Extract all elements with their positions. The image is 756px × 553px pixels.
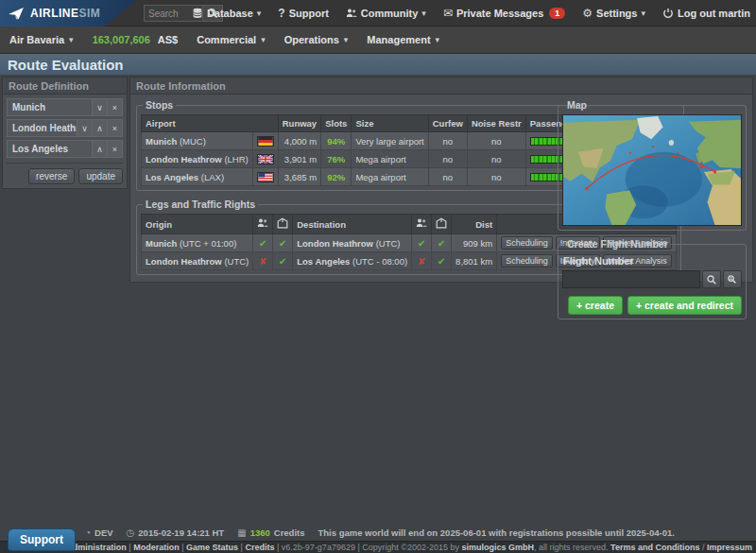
chevron-down-icon: ▾: [69, 35, 74, 44]
flag-us-icon: [257, 172, 274, 182]
stop-name[interactable]: London Heathrow: [8, 120, 77, 136]
menu-logout[interactable]: Log out martin: [662, 8, 750, 19]
separator: |: [357, 543, 359, 552]
stops-legend: Stops: [143, 99, 176, 111]
community-icon: [346, 8, 357, 19]
create-button[interactable]: + create: [568, 296, 623, 315]
move-down-button[interactable]: ∨: [92, 99, 107, 115]
curfew-value: no: [428, 168, 467, 186]
curfew-value: no: [428, 150, 467, 168]
nav-operations[interactable]: Operations▾: [284, 34, 349, 45]
support-tab-button[interactable]: Support: [8, 528, 76, 551]
chevron-up-icon: ∧: [96, 145, 103, 154]
menu-support[interactable]: ? Support: [278, 7, 329, 20]
create-and-redirect-button[interactable]: + create and redirect: [627, 296, 742, 315]
account-balance: 163,007,606 AS$: [93, 34, 179, 45]
page-title-bar: Route Evaluation: [0, 54, 756, 75]
leg-origin-tz: (UTC + 01:00): [180, 238, 236, 249]
scheduling-button[interactable]: Scheduling: [501, 236, 553, 250]
separator: |: [277, 543, 279, 552]
scheduling-button[interactable]: Scheduling: [501, 254, 553, 268]
map-legend: Map: [564, 99, 590, 111]
link-impressum[interactable]: Impressum: [707, 543, 752, 552]
stop-name[interactable]: Los Angeles: [8, 141, 92, 157]
chevron-down-icon: ▾: [421, 9, 426, 18]
menu-settings[interactable]: ⚙ Settings▾: [582, 7, 645, 20]
curfew-value: no: [428, 132, 467, 150]
link-moderation[interactable]: Moderation: [133, 543, 180, 552]
chevron-down-icon: ▾: [641, 9, 645, 18]
separator: /: [702, 543, 705, 552]
menu-community[interactable]: Community▾: [346, 8, 426, 19]
move-up-button[interactable]: ∧: [92, 120, 107, 136]
reverse-button[interactable]: reverse: [28, 168, 75, 184]
airport-name[interactable]: Los Angeles: [146, 172, 198, 182]
paper-plane-icon: [8, 7, 25, 20]
clock-icon: ◷: [127, 527, 135, 538]
passengers-icon: [416, 217, 427, 229]
runway-length: 3,901 m: [278, 150, 320, 168]
credits-balance[interactable]: ▦ 1360 Credits: [237, 527, 304, 538]
route-information-header: Route Information: [130, 78, 752, 95]
origin-cargo-right: ✔: [273, 252, 293, 270]
dest-pax-right: ✘: [412, 252, 432, 270]
move-up-button[interactable]: ∧: [92, 141, 107, 157]
link-terms[interactable]: Terms and Conditions: [610, 543, 699, 552]
question-icon: ?: [278, 7, 284, 20]
menu-database[interactable]: Database▾: [192, 8, 261, 19]
col-dist: Dist: [452, 215, 497, 234]
close-icon: ×: [112, 103, 117, 112]
flight-number-input[interactable]: [562, 270, 700, 288]
logo-text: AIRLINESIM: [30, 7, 100, 20]
slots-pct: 94%: [321, 132, 352, 150]
airport-name[interactable]: Munich: [146, 136, 177, 147]
airport-code: (MUC): [180, 136, 206, 147]
balance-value: 163,007,606: [93, 34, 150, 45]
nav-management[interactable]: Management▾: [367, 34, 439, 45]
flight-number-lookup-button[interactable]: [723, 270, 742, 288]
col-noise: Noise Restr: [467, 115, 525, 132]
airport-size: Mega airport: [352, 150, 428, 168]
search-icon: [706, 274, 717, 285]
leg-distance: 8,801 km: [452, 252, 497, 270]
menu-private-messages[interactable]: ✉ Private Messages 1: [443, 7, 565, 20]
col-origin: Origin: [142, 215, 253, 234]
server-env: ◔ DEV: [85, 527, 113, 538]
power-icon: [662, 8, 674, 19]
noise-value: no: [467, 168, 525, 186]
stop-name[interactable]: Munich: [8, 99, 92, 115]
airport-name[interactable]: London Heathrow: [146, 154, 222, 164]
top-menu: Database▾ ? Support Community▾ ✉ Private…: [192, 0, 750, 26]
cargo-icon: [277, 217, 288, 229]
chevron-down-icon: ▾: [261, 35, 266, 44]
runway-length: 4,000 m: [278, 132, 320, 150]
update-button[interactable]: update: [78, 168, 123, 184]
chevron-up-icon: ∧: [96, 124, 103, 133]
link-game-status[interactable]: Game Status: [186, 543, 238, 552]
bottom-legal-bar: Administration | Moderation | Game Statu…: [0, 541, 756, 553]
route-stop-london-heathrow: London Heathrow ∨ ∧ ×: [7, 119, 123, 137]
remove-stop-button[interactable]: ×: [107, 99, 122, 115]
flight-number-search-button[interactable]: [702, 270, 721, 288]
remove-stop-button[interactable]: ×: [107, 141, 122, 157]
footer-status-bar: ◔ DEV ◷ 2015-02-19 14:21 HT ▦ 1360 Credi…: [0, 525, 756, 541]
slots-pct: 92%: [321, 168, 352, 186]
company-nav-bar: Air Bavaria▾ 163,007,606 AS$ Commercial▾…: [0, 26, 756, 54]
nav-company[interactable]: Air Bavaria▾: [9, 34, 74, 45]
link-simulogics[interactable]: simulogics GmbH: [462, 543, 535, 552]
col-destination: Destination: [293, 215, 412, 234]
create-flight-number-fieldset: Create Flight Number Flight Number: [558, 238, 747, 320]
move-down-button[interactable]: ∨: [77, 120, 92, 136]
separator: |: [181, 543, 183, 552]
nav-commercial[interactable]: Commercial▾: [197, 34, 266, 45]
origin-cargo-right: ✔: [273, 234, 293, 252]
chevron-down-icon: ∨: [96, 103, 103, 112]
passengers-icon: [257, 217, 268, 229]
noise-value: no: [467, 150, 525, 168]
logo[interactable]: AIRLINESIM: [0, 0, 137, 26]
link-credits[interactable]: Credits: [245, 543, 274, 552]
route-map[interactable]: [562, 114, 742, 226]
remove-stop-button[interactable]: ×: [107, 120, 122, 136]
chevron-down-icon: ▾: [257, 9, 262, 18]
airport-code: (LAX): [201, 172, 224, 182]
